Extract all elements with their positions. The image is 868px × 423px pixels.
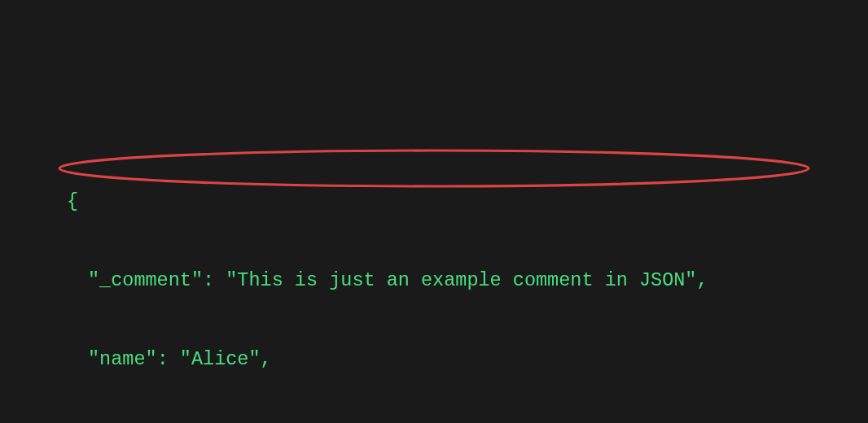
code-block: { "_comment": "This is just an example c… — [67, 137, 708, 423]
code-line-comment: "_comment": "This is just an example com… — [67, 268, 708, 294]
brace-open: { — [67, 189, 708, 215]
code-line-name: "name": "Alice", — [67, 347, 708, 373]
